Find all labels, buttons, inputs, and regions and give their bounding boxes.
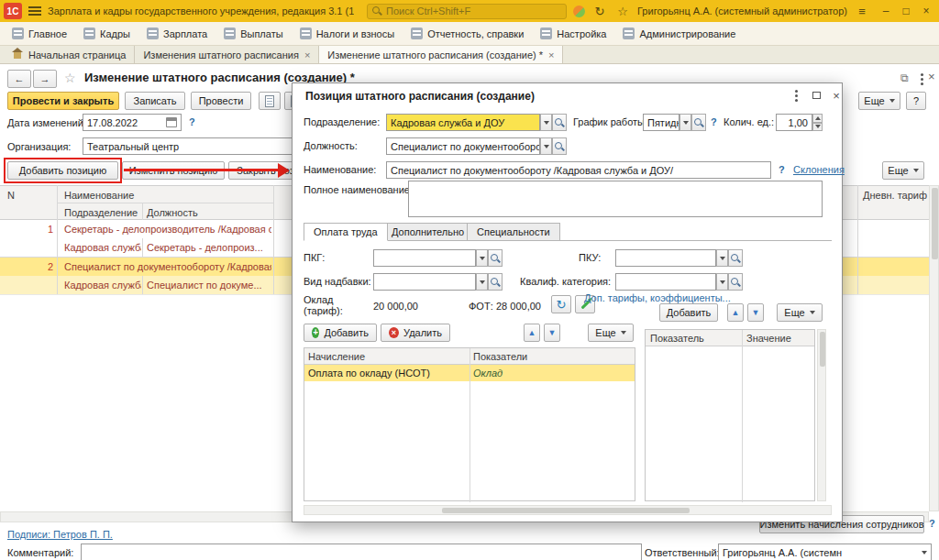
responsible-input[interactable]: Григорьянц А.А. (системн (718, 544, 932, 560)
dept-open-icon[interactable] (552, 114, 567, 131)
accrual-delete-button[interactable]: ×Удалить (381, 324, 450, 342)
discussions-icon[interactable] (573, 5, 585, 17)
name-input[interactable]: Специалист по документообороту /Кадровая… (386, 161, 771, 179)
current-user[interactable]: Григорьянц А.А. (системный администратор… (637, 5, 847, 16)
global-search-input[interactable]: Поиск Ctrl+Shift+F (367, 4, 567, 19)
chevron-down-icon[interactable] (922, 551, 927, 555)
add-position-button[interactable]: Добавить позицию (7, 161, 118, 180)
dialog-horizontal-scrollbar[interactable] (304, 505, 832, 515)
tab-additional[interactable]: Дополнительно (381, 223, 474, 241)
date-input[interactable]: 17.08.2022 (83, 114, 182, 131)
qty-input[interactable]: 1,00 (776, 114, 812, 131)
maximize-button[interactable]: □ (897, 3, 915, 19)
tab-changes-list[interactable]: Изменения штатного расписания × (135, 46, 319, 63)
dialog-more-icon[interactable] (788, 88, 804, 103)
section-reports[interactable]: Отчетность, справки (403, 22, 532, 46)
extra-tariffs-link[interactable]: Доп. тарифы, коэффициенты... (584, 292, 731, 303)
qty-spinner[interactable] (812, 114, 823, 131)
indicators-grid-scrollbar[interactable] (817, 329, 826, 501)
organization-input[interactable]: Театральный центр (83, 137, 319, 155)
tab-change-document[interactable]: Изменение штатного расписания (создание)… (319, 46, 563, 63)
schedule-dropdown-icon[interactable] (679, 114, 691, 131)
calendar-icon[interactable] (166, 117, 177, 127)
favorites-star-icon[interactable]: ☆ (614, 5, 631, 18)
allowance-dropdown-icon[interactable] (476, 273, 488, 291)
dept-dropdown-icon[interactable] (540, 114, 552, 131)
service-menu-icon[interactable]: ≡ (854, 5, 870, 18)
position-dropdown-icon[interactable] (540, 137, 552, 155)
declensions-link[interactable]: Склонения (793, 164, 845, 175)
table-vertical-scrollbar[interactable] (929, 185, 939, 511)
tab-pay[interactable]: Оплата труда (304, 223, 388, 241)
comment-input[interactable] (81, 544, 642, 560)
spinner-down-icon[interactable] (812, 123, 823, 132)
form-more-button[interactable]: Еще (858, 92, 900, 110)
allowance-open-icon[interactable] (488, 273, 503, 291)
schedule-open-icon[interactable] (691, 114, 706, 131)
dialog-close-icon[interactable]: × (828, 88, 845, 103)
section-taxes[interactable]: Налоги и взносы (292, 22, 403, 46)
favorite-star-icon[interactable]: ☆ (64, 71, 76, 85)
scrollbar-thumb[interactable] (820, 332, 825, 367)
recalculate-button[interactable]: ↻ (551, 295, 571, 313)
pkg-input[interactable] (373, 249, 476, 267)
save-button[interactable]: Записать (125, 92, 185, 110)
position-input[interactable]: Специалист по документообороту (386, 137, 540, 155)
qual-dropdown-icon[interactable] (716, 273, 728, 291)
forward-button[interactable]: → (33, 70, 57, 88)
indicator-move-up-button[interactable]: ▲ (727, 303, 744, 322)
form-close-icon[interactable]: × (928, 70, 935, 83)
accrual-more-button[interactable]: Еще (588, 324, 634, 342)
form-more-icon[interactable] (919, 73, 924, 85)
pku-open-icon[interactable] (728, 249, 743, 267)
tab-home[interactable]: Начальная страница (4, 46, 135, 63)
spinner-up-icon[interactable] (812, 114, 823, 123)
section-main[interactable]: Главное (4, 22, 75, 46)
position-open-icon[interactable] (552, 137, 567, 155)
pkg-open-icon[interactable] (488, 249, 503, 267)
pku-input[interactable] (615, 249, 716, 267)
section-salary[interactable]: Зарплата (138, 22, 215, 46)
tab-close-icon[interactable]: × (304, 49, 310, 60)
qual-open-icon[interactable] (728, 273, 743, 291)
accrual-move-down-button[interactable]: ▼ (544, 324, 560, 342)
section-payments[interactable]: Выплаты (215, 22, 291, 46)
back-button[interactable]: ← (7, 70, 31, 88)
minimize-button[interactable]: – (877, 3, 895, 19)
hamburger-menu-icon[interactable] (28, 6, 41, 16)
post-button[interactable]: Провести (191, 92, 251, 110)
pku-dropdown-icon[interactable] (716, 249, 728, 267)
document-icon-button[interactable] (259, 92, 281, 110)
schedule-help[interactable]: ? (711, 116, 717, 127)
tab-close-icon[interactable]: × (548, 49, 554, 60)
indicators-grid[interactable]: Показатель Значение (645, 329, 815, 501)
salary-value[interactable]: 20 000,00 (373, 301, 418, 312)
positions-more-button[interactable]: Еще (882, 161, 924, 180)
section-administration[interactable]: Администрирование (614, 22, 744, 46)
indicator-more-button[interactable]: Еще (777, 303, 823, 322)
dialog-maximize-icon[interactable] (808, 88, 824, 103)
scrollbar-thumb[interactable] (932, 188, 938, 259)
indicator-move-down-button[interactable]: ▼ (747, 303, 764, 322)
date-help[interactable]: ? (189, 116, 195, 127)
tab-specialties[interactable]: Специальности (467, 223, 560, 241)
scrollbar-thumb[interactable] (442, 508, 690, 513)
signatures-link[interactable]: Подписи: Петров П. П. (7, 529, 113, 540)
accrual-move-up-button[interactable]: ▲ (524, 324, 540, 342)
history-icon[interactable]: ↻ (591, 5, 608, 18)
full-name-textarea[interactable] (408, 181, 823, 217)
post-and-close-button[interactable]: Провести и закрыть (7, 92, 119, 110)
help-button[interactable]: ? (906, 92, 926, 110)
indicator-add-button[interactable]: Добавить (659, 303, 718, 322)
pkg-dropdown-icon[interactable] (476, 249, 488, 267)
dept-input[interactable]: Кадровая служба и ДОУ (386, 114, 540, 131)
allowance-input[interactable] (373, 273, 476, 291)
get-link-icon[interactable]: ⧉ (900, 71, 909, 84)
name-help[interactable]: ? (779, 164, 785, 175)
footer-help[interactable]: ? (929, 518, 935, 529)
accruals-grid[interactable]: Начисление Показатели Оплата по окладу (… (304, 347, 635, 501)
section-staff[interactable]: Кадры (75, 22, 138, 46)
accrual-add-button[interactable]: +Добавить (304, 324, 377, 342)
schedule-input[interactable]: Пятиднев (643, 114, 679, 131)
qual-input[interactable] (615, 273, 716, 291)
